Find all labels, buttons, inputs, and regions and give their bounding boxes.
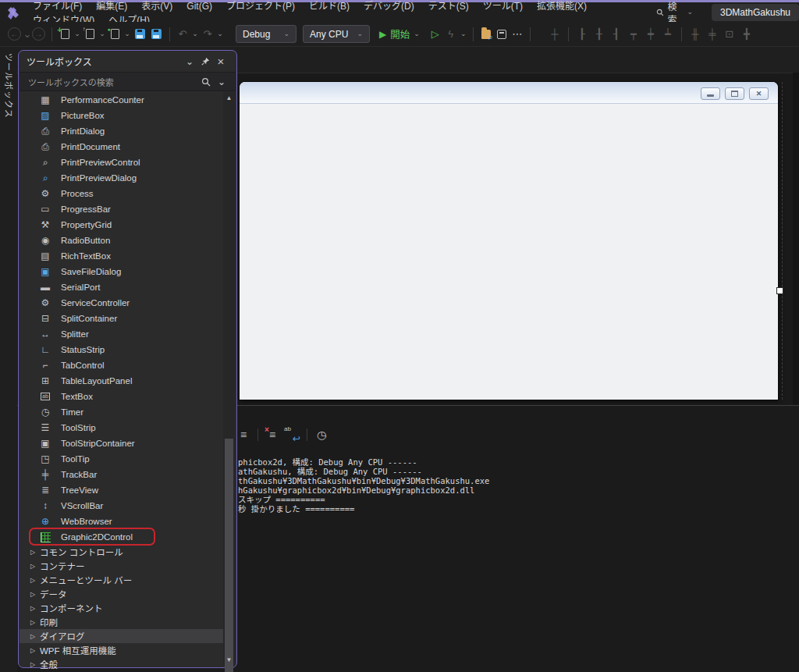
more-options-icon[interactable]: ⋯: [510, 26, 525, 43]
toolbox-item-print-preview-dialog[interactable]: ⌕PrintPreviewDialog: [20, 170, 223, 186]
move-control-icon[interactable]: ╋: [738, 26, 755, 43]
align-middles-icon[interactable]: ┿: [642, 26, 659, 43]
form-close-button[interactable]: ✕: [749, 87, 769, 100]
menu-item[interactable]: 拡張機能(X): [530, 0, 594, 14]
toolbox-item-performance-counter[interactable]: ▦PerformanceCounter: [20, 92, 223, 108]
toolbox-item-track-bar[interactable]: ╪TrackBar: [20, 467, 223, 482]
toolbox-search-box[interactable]: ツールボックスの検索 ⌄: [20, 72, 236, 91]
toolbox-vertical-tab[interactable]: ツールボックス: [3, 47, 16, 119]
open-file-icon[interactable]: ↑: [82, 26, 98, 43]
size-to-grid-icon[interactable]: ⊡: [721, 26, 738, 43]
toolbox-item-progress-bar[interactable]: ▭ProgressBar: [20, 201, 223, 217]
start-without-debugging-icon[interactable]: ▷: [428, 26, 443, 43]
toolbox-item-print-preview-control[interactable]: ⌕PrintPreviewControl: [20, 155, 223, 170]
toolbox-item-picture-box[interactable]: ▨PictureBox: [20, 108, 223, 123]
toolbox-item-splitter[interactable]: ↔Splitter: [20, 326, 223, 342]
make-vertical-spacing-equal-icon[interactable]: ╪: [704, 26, 721, 43]
toolbox-item-tree-view[interactable]: ≣TreeView: [20, 482, 223, 498]
align-to-grid-icon[interactable]: ┼: [546, 26, 563, 43]
menu-item[interactable]: プロジェクト(P): [219, 0, 302, 14]
chevron-down-icon[interactable]: ⌄: [98, 30, 107, 37]
menu-item[interactable]: テスト(S): [421, 0, 476, 14]
timestamp-icon[interactable]: ◷: [313, 426, 330, 443]
toolbox-item-timer[interactable]: ◷Timer: [20, 404, 223, 420]
align-bottoms-icon[interactable]: ┷: [659, 26, 676, 43]
toolbox-item-web-browser[interactable]: ⊕WebBrowser: [20, 514, 223, 529]
navigate-back-icon[interactable]: ←: [8, 27, 21, 41]
save-icon[interactable]: [135, 29, 145, 39]
chevron-down-icon[interactable]: ⌄: [215, 30, 225, 37]
toolbox-item-save-file-dialog[interactable]: ▣SaveFileDialog: [20, 264, 223, 279]
align-lefts-icon[interactable]: ┠: [574, 26, 591, 43]
selection-resize-handle[interactable]: [776, 287, 783, 294]
toolbox-item-tool-strip-container[interactable]: ▣ToolStripContainer: [20, 436, 223, 451]
menu-item[interactable]: Git(G): [179, 0, 219, 14]
new-item-icon[interactable]: +: [57, 26, 73, 43]
form-maximize-button[interactable]: [725, 87, 744, 100]
align-tops-icon[interactable]: ┯: [625, 26, 642, 43]
toolbox-item-service-controller[interactable]: ⚙ServiceController: [20, 295, 223, 311]
chevron-down-icon[interactable]: ⌄: [214, 74, 229, 90]
menu-item[interactable]: ツール(T): [476, 0, 530, 14]
toolbox-category[interactable]: ▷WPF 相互運用機能: [20, 643, 223, 657]
live-share-icon[interactable]: [494, 26, 510, 43]
toolbox-category[interactable]: ▷コモン コントロール: [20, 545, 223, 559]
scroll-up-icon[interactable]: ▲: [223, 92, 235, 103]
toolbox-category[interactable]: ▷データ: [20, 587, 223, 601]
scrollbar-thumb[interactable]: [225, 439, 233, 672]
hot-reload-icon[interactable]: ϟ: [443, 26, 459, 43]
toolbox-item-rich-text-box[interactable]: ▤RichTextBox: [20, 248, 223, 264]
toolbox-item-property-grid[interactable]: ⚒PropertyGrid: [20, 217, 223, 233]
menu-item[interactable]: 表示(V): [134, 0, 179, 14]
toolbox-item-print-dialog[interactable]: ⎙PrintDialog: [20, 123, 223, 139]
platform-dropdown[interactable]: Any CPU ⌄: [303, 25, 370, 43]
toolbox-scrollbar[interactable]: ▲ ▼: [223, 92, 235, 665]
toolbox-category[interactable]: ▷コンポーネント: [20, 601, 223, 615]
chevron-down-icon[interactable]: ⌄: [23, 26, 32, 43]
toolbox-item-text-box[interactable]: abTextBox: [20, 389, 223, 404]
menu-item[interactable]: 編集(E): [89, 0, 134, 14]
start-debug-button[interactable]: ▶ 開始 ⌄: [379, 27, 420, 41]
align-rights-icon[interactable]: ┨: [608, 26, 625, 43]
toolbox-item-radio-button[interactable]: ◉RadioButton: [20, 233, 223, 248]
chevron-down-icon[interactable]: ⌄: [123, 30, 132, 37]
toolbox-item-tool-strip[interactable]: ☰ToolStrip: [20, 420, 223, 436]
add-reference-icon[interactable]: ●: [107, 26, 123, 43]
toolbox-item-tab-control[interactable]: ⌐TabControl: [20, 357, 223, 373]
designed-form[interactable]: ✕: [240, 82, 778, 400]
scroll-down-icon[interactable]: ▼: [223, 654, 235, 665]
toolbox-category[interactable]: ▷メニューとツール バー: [20, 573, 223, 587]
toolbox-item-table-layout-panel[interactable]: ⊞TableLayoutPanel: [20, 373, 223, 389]
clear-all-icon[interactable]: ≡ ×: [264, 426, 281, 443]
undo-icon[interactable]: ↶: [175, 26, 190, 43]
redo-icon[interactable]: ↷: [200, 26, 215, 43]
align-centers-icon[interactable]: ╂: [591, 26, 608, 43]
form-client-area[interactable]: [242, 104, 776, 400]
menu-item[interactable]: ファイル(F): [26, 0, 89, 14]
chevron-down-icon[interactable]: ⌄: [459, 30, 468, 37]
menu-item[interactable]: デバッグ(D): [357, 0, 421, 14]
toolbox-item-process[interactable]: ⚙Process: [20, 186, 223, 201]
toolbox-item-v-scroll-bar[interactable]: ↕VScrollBar: [20, 498, 223, 514]
form-minimize-button[interactable]: [701, 87, 720, 100]
chevron-down-icon[interactable]: ⌄: [73, 30, 82, 37]
toolbox-item-status-strip[interactable]: ∟StatusStrip: [20, 342, 223, 357]
toolbox-item-print-document[interactable]: ⎙PrintDocument: [20, 139, 223, 155]
chevron-down-icon[interactable]: ⌄: [190, 30, 200, 37]
navigate-forward-icon[interactable]: →: [32, 27, 45, 41]
configuration-dropdown[interactable]: Debug ⌄: [236, 25, 297, 43]
toolbox-item-split-container[interactable]: ⊟SplitContainer: [20, 311, 223, 326]
pin-icon[interactable]: [197, 54, 213, 69]
save-all-icon[interactable]: [151, 29, 162, 39]
window-position-chevron-icon[interactable]: ⌄: [182, 54, 197, 69]
toolbox-item-serial-port[interactable]: ▬SerialPort: [20, 279, 223, 295]
toolbox-item-graphic-2d-control[interactable]: Graphic2DControl: [20, 529, 223, 545]
toolbox-category[interactable]: ▷印刷: [20, 615, 223, 629]
toolbox-item-tool-tip[interactable]: ◳ToolTip: [20, 451, 223, 467]
toolbox-category[interactable]: ▷ダイアログ: [20, 629, 223, 643]
find-in-files-icon[interactable]: [478, 26, 494, 43]
make-horizontal-spacing-equal-icon[interactable]: ╫: [687, 26, 704, 43]
menu-item[interactable]: ビルド(B): [302, 0, 357, 14]
toolbox-category[interactable]: ▷全般: [20, 657, 223, 671]
messages-list-icon[interactable]: ≡: [235, 426, 252, 443]
